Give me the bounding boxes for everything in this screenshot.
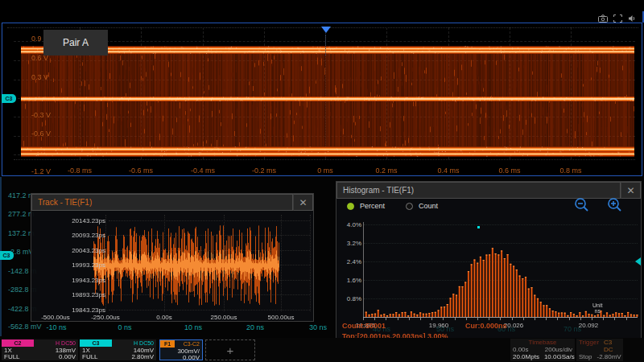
track-dialog-title[interactable]: Track - TIE(F1) bbox=[31, 194, 293, 211]
radio-count-dot[interactable] bbox=[406, 203, 413, 210]
channel-header: F1C3-C2 bbox=[160, 340, 202, 348]
main-waveform-window[interactable]: 0.9 V0.6 V0.3 V-0.3 V-0.6 V-1.2 V -0.8 m… bbox=[2, 23, 642, 176]
radio-percent-label: Percent bbox=[360, 202, 385, 210]
track-x-label: -500.00us bbox=[41, 314, 70, 321]
time-label: 0.2 ms bbox=[375, 167, 397, 175]
c3-zoom-offset-marker[interactable]: C3 bbox=[0, 251, 14, 260]
track-dialog: Track - TIE(F1) ✕ 20143.23ps20093.23ps20… bbox=[31, 193, 314, 322]
channel-tag-c2: C2 bbox=[2, 339, 34, 347]
track-y-label: 20143.23ps bbox=[59, 217, 105, 224]
trigger-header: Trigger bbox=[579, 339, 599, 353]
channel-offset: 0.00V bbox=[183, 355, 200, 361]
pair-a-label: Pair A bbox=[43, 30, 108, 56]
histogram-dialog-titlebar[interactable]: Histogram - TIE(F1) ✕ bbox=[336, 182, 641, 199]
histogram-dialog: Histogram - TIE(F1) ✕ Percent Count 4.0%… bbox=[336, 181, 642, 344]
add-channel-placeholder[interactable]: + bbox=[205, 339, 255, 360]
channel-row: FULL2.80mV bbox=[80, 354, 156, 360]
time-label: -0.6 ms bbox=[129, 167, 153, 175]
track-y-label: 19993.23ps bbox=[59, 261, 105, 269]
top-menu-bar bbox=[0, 0, 644, 23]
zoom-out-icon[interactable] bbox=[572, 196, 592, 216]
screen-region-icon[interactable] bbox=[613, 14, 622, 23]
zoom-time-label: 10 ns bbox=[184, 323, 202, 331]
c3-offset-marker[interactable]: C3 bbox=[2, 94, 16, 103]
channel-header: C2H DC50 bbox=[2, 339, 78, 347]
time-label: 0 ms bbox=[317, 167, 333, 175]
channel-offset: 0.00V bbox=[59, 354, 76, 360]
zoom-time-label: 30 ns bbox=[309, 323, 327, 331]
radio-count-label: Count bbox=[419, 202, 438, 210]
voltage-label: -0.6 V bbox=[31, 130, 51, 138]
histogram-unit-label: Unit ns bbox=[592, 302, 602, 314]
radio-percent-dot[interactable] bbox=[347, 203, 354, 210]
histogram-y-label: 2.4% bbox=[339, 258, 361, 265]
channel-coupling: C3-C2 bbox=[175, 340, 202, 348]
channel-descriptor-c2[interactable]: C2H DC501X138mVFULL0.00V bbox=[2, 339, 78, 360]
zoom-time-label: -10 ns bbox=[46, 323, 66, 331]
sample-rate: 10.0GSa/s bbox=[544, 353, 575, 360]
timebase-points: 20.0Mpts bbox=[513, 353, 539, 360]
channel-descriptor-f1[interactable]: F1C3-C2300mV/0.00V bbox=[159, 339, 203, 360]
zoom-time-label: 0 ns bbox=[118, 323, 131, 331]
histogram-cursor-stat: Cur:0.000ns bbox=[465, 322, 507, 330]
histogram-y-label: 0.8% bbox=[339, 295, 361, 302]
channel-descriptor-c3[interactable]: C3H DC501X140mVFULL2.80mV bbox=[80, 339, 156, 360]
track-y-label: 20093.23ps bbox=[59, 232, 105, 239]
track-x-label: -250.00us bbox=[91, 314, 120, 321]
track-y-label: 19843.23ps bbox=[59, 306, 105, 314]
histogram-cursor-mark bbox=[477, 226, 480, 228]
trigger-descriptor[interactable]: TriggerC3 DC Stop-2.80mV EdgeRising bbox=[576, 339, 623, 361]
time-label: -0.4 ms bbox=[191, 167, 215, 175]
track-y-label: 19943.23ps bbox=[59, 277, 105, 284]
track-dialog-titlebar[interactable]: Track - TIE(F1) ✕ bbox=[31, 194, 313, 211]
trigger-position-marker[interactable] bbox=[321, 27, 331, 38]
channel-tag-f1: F1 bbox=[160, 340, 175, 348]
time-label: 0.6 ms bbox=[498, 167, 520, 175]
trigger-level: -2.80mV bbox=[597, 353, 621, 360]
voltage-label: 0.3 V bbox=[31, 73, 48, 81]
trigger-status: Stop bbox=[579, 353, 592, 360]
histogram-y-label: 3.2% bbox=[339, 240, 361, 247]
unit-word: Unit bbox=[592, 302, 602, 308]
channel-tag-c3: C3 bbox=[80, 339, 112, 347]
track-x-label: 500.00us bbox=[268, 314, 295, 321]
histogram-y-label: 1.6% bbox=[339, 277, 361, 284]
voltage-label: -1.2 V bbox=[31, 167, 51, 175]
time-label: -0.2 ms bbox=[252, 167, 276, 175]
timebase-descriptor[interactable]: Timebase 0.00s200us/div 20.0Mpts10.0GSa/… bbox=[510, 339, 575, 361]
channel-coupling: H DC50 bbox=[112, 339, 156, 347]
sound-icon[interactable] bbox=[628, 14, 636, 23]
track-x-label: 0.00s bbox=[156, 314, 172, 321]
radio-count[interactable]: Count bbox=[406, 202, 438, 210]
timebase-scale: 200us/div bbox=[545, 346, 572, 353]
track-x-label: 250.00us bbox=[211, 314, 237, 321]
status-bar: C2H DC501X138mVFULL0.00VC3H DC501X140mVF… bbox=[0, 338, 644, 362]
camera-icon[interactable] bbox=[598, 14, 608, 23]
channel-row: FULL0.00V bbox=[2, 354, 78, 360]
pair-a-waveform-plot[interactable] bbox=[21, 27, 634, 176]
channel-bandwidth: FULL bbox=[4, 354, 20, 360]
channel-coupling: H DC50 bbox=[34, 339, 78, 347]
zoom-time-label: 20 ns bbox=[246, 323, 264, 331]
histogram-x-axis bbox=[363, 317, 638, 320]
channel-header: C3H DC50 bbox=[80, 339, 156, 347]
time-label: 0.4 ms bbox=[437, 167, 459, 175]
histogram-x-label: 20.092 bbox=[579, 322, 598, 329]
track-y-label: 19893.23ps bbox=[59, 291, 105, 298]
histogram-count-stat: Count:50001 bbox=[342, 322, 386, 330]
histogram-y-label: 4.0% bbox=[339, 221, 361, 228]
timebase-delay: 0.00s bbox=[513, 346, 529, 353]
channel-row: 0.00V bbox=[160, 355, 202, 361]
time-label: 0.8 ms bbox=[559, 167, 581, 175]
histogram-side-marker[interactable] bbox=[635, 257, 641, 265]
zoom-in-icon[interactable] bbox=[605, 196, 625, 216]
track-dialog-close-icon[interactable]: ✕ bbox=[293, 194, 313, 211]
zoom-time-label-dim: 70 ns bbox=[564, 325, 581, 333]
track-y-label: 20043.23ps bbox=[59, 247, 105, 254]
voltage-label: -0.3 V bbox=[31, 111, 51, 119]
channel-offset: 2.80mV bbox=[131, 354, 154, 360]
trigger-source: C3 DC bbox=[604, 339, 621, 353]
timebase-header: Timebase bbox=[529, 339, 557, 346]
trigger-position-line bbox=[325, 35, 326, 56]
radio-percent[interactable]: Percent bbox=[347, 202, 385, 210]
